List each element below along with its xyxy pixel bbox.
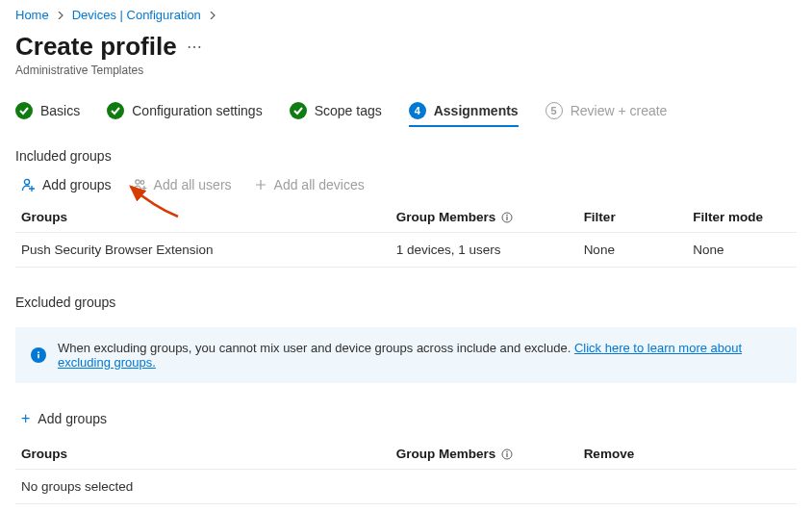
empty-state: No groups selected	[15, 470, 797, 504]
add-all-devices-button[interactable]: Add all devices	[253, 177, 365, 192]
table-row: No groups selected	[15, 470, 797, 504]
step-label: Configuration settings	[132, 103, 262, 118]
column-filter-mode[interactable]: Filter mode	[687, 202, 797, 233]
cell-members: 1 devices, 1 users	[391, 233, 578, 268]
people-add-icon	[133, 177, 148, 192]
add-groups-button[interactable]: + Add groups	[15, 404, 113, 439]
add-groups-button[interactable]: Add groups	[21, 177, 112, 192]
info-icon[interactable]	[501, 448, 513, 460]
action-label: Add groups	[38, 411, 107, 426]
cell-filter: None	[578, 233, 688, 268]
breadcrumb-devices-configuration[interactable]: Devices | Configuration	[72, 8, 201, 22]
svg-point-2	[140, 181, 144, 185]
column-groups[interactable]: Groups	[15, 202, 391, 233]
svg-point-4	[506, 215, 508, 217]
step-assignments[interactable]: 4 Assignments	[409, 102, 519, 127]
column-remove[interactable]: Remove	[578, 439, 797, 470]
step-label: Review + create	[571, 103, 668, 118]
column-groups[interactable]: Groups	[15, 439, 391, 470]
step-scope-tags[interactable]: Scope tags	[290, 102, 382, 127]
page-subtitle: Administrative Templates	[15, 64, 797, 77]
included-actions: Add groups Add all users Add all devices	[15, 177, 797, 202]
banner-text: When excluding groups, you cannot mix us…	[58, 341, 781, 370]
checkmark-icon	[290, 102, 307, 119]
excluded-groups-heading: Excluded groups	[15, 294, 797, 310]
more-icon[interactable]: ⋯	[187, 38, 204, 56]
checkmark-icon	[107, 102, 124, 119]
svg-point-1	[135, 180, 139, 184]
table-row[interactable]: Push Security Browser Extension 1 device…	[15, 233, 797, 268]
cell-group-name: Push Security Browser Extension	[15, 233, 391, 268]
action-label: Add all devices	[274, 177, 365, 192]
plus-icon	[253, 177, 268, 192]
action-label: Add groups	[42, 177, 112, 192]
svg-point-6	[38, 351, 39, 353]
breadcrumb-home[interactable]: Home	[15, 8, 49, 22]
info-icon	[31, 347, 46, 363]
person-add-icon	[21, 177, 37, 192]
step-number-badge: 4	[409, 102, 426, 119]
column-filter[interactable]: Filter	[578, 202, 688, 233]
step-basics[interactable]: Basics	[15, 102, 80, 127]
checkmark-icon	[15, 102, 33, 119]
column-group-members[interactable]: Group Members	[391, 202, 578, 233]
info-banner: When excluding groups, you cannot mix us…	[15, 327, 797, 383]
svg-rect-10	[506, 453, 507, 457]
svg-point-9	[506, 451, 508, 453]
add-all-users-button[interactable]: Add all users	[133, 177, 232, 192]
included-groups-table: Groups Group Members Filter Filter mode …	[15, 202, 797, 268]
svg-point-0	[24, 179, 29, 184]
svg-rect-7	[38, 354, 39, 358]
breadcrumb: Home Devices | Configuration	[15, 8, 797, 22]
info-icon[interactable]	[501, 212, 513, 223]
step-label: Scope tags	[315, 103, 382, 118]
wizard-steps: Basics Configuration settings Scope tags…	[15, 102, 797, 127]
excluded-groups-table: Groups Group Members Remove No groups se…	[15, 439, 797, 504]
chevron-right-icon	[57, 8, 64, 22]
step-label: Basics	[40, 103, 80, 118]
step-configuration-settings[interactable]: Configuration settings	[107, 102, 262, 127]
step-number-badge: 5	[546, 102, 563, 119]
svg-rect-5	[506, 217, 507, 220]
included-groups-heading: Included groups	[15, 148, 797, 164]
action-label: Add all users	[154, 177, 232, 192]
column-group-members[interactable]: Group Members	[391, 439, 578, 470]
step-label: Assignments	[434, 103, 519, 118]
chevron-right-icon	[209, 8, 216, 22]
cell-filter-mode: None	[687, 233, 797, 268]
step-review-create: 5 Review + create	[546, 102, 668, 127]
page-title: Create profile	[15, 32, 177, 62]
plus-icon: +	[21, 410, 30, 427]
